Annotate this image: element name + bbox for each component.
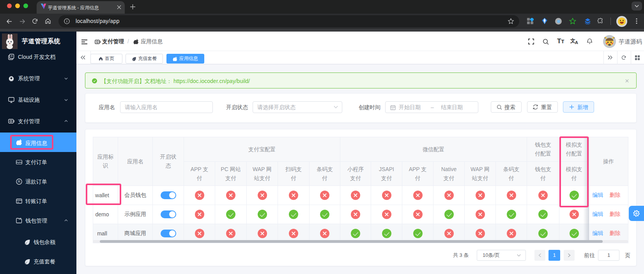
- svg-text:PayPal: PayPal: [16, 161, 22, 163]
- svg-text:R: R: [18, 180, 21, 184]
